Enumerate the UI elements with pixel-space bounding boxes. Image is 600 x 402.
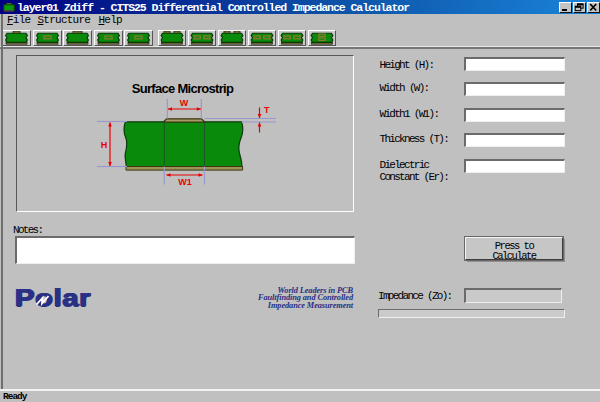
svg-text:W1: W1: [178, 177, 192, 187]
svg-text:T: T: [264, 105, 270, 115]
svg-text:W: W: [180, 98, 189, 108]
svg-text:H: H: [101, 140, 108, 150]
